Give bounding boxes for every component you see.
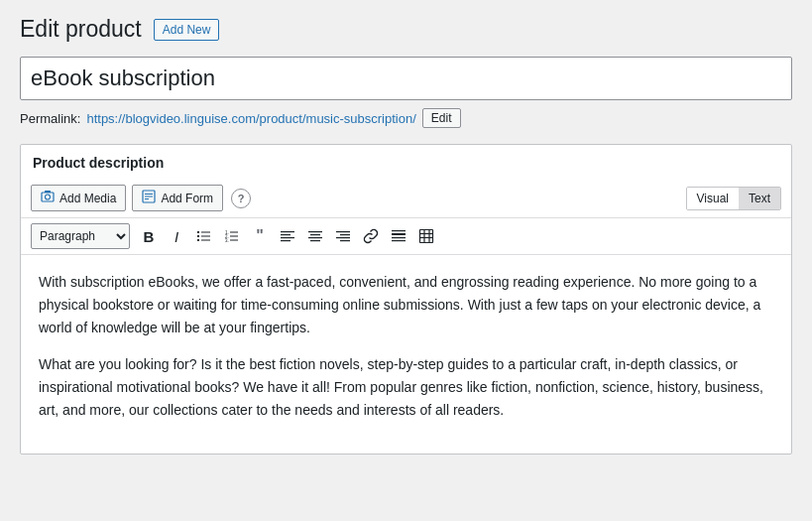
svg-rect-29 [336,237,350,238]
permalink-label: Permalink: [20,111,80,126]
tab-visual[interactable]: Visual [687,188,739,209]
svg-rect-19 [281,231,294,232]
svg-rect-0 [42,193,54,201]
product-name-input[interactable] [20,57,792,100]
permalink-edit-button[interactable]: Edit [422,108,461,128]
paragraph-format-select[interactable]: Paragraph Heading 1 Heading 2 Heading 3 … [31,223,130,249]
editor-mode-tabs: Visual Text [686,187,781,210]
svg-rect-33 [392,237,406,238]
svg-rect-21 [281,237,294,238]
add-form-label: Add Form [161,192,213,205]
svg-rect-31 [392,230,406,231]
add-form-icon [142,190,156,206]
align-center-button[interactable] [302,223,328,249]
svg-rect-14 [230,232,238,233]
blockquote-button[interactable]: " [247,223,273,249]
add-new-button[interactable]: Add New [154,19,220,41]
svg-text:3.: 3. [225,238,229,243]
align-left-button[interactable] [275,223,300,249]
svg-rect-16 [230,236,238,237]
link-button[interactable] [358,223,384,249]
svg-rect-10 [201,236,210,237]
svg-rect-9 [197,235,199,237]
svg-rect-12 [201,240,210,241]
align-right-button[interactable] [330,223,356,249]
svg-rect-28 [340,234,350,235]
svg-rect-23 [308,231,322,232]
help-icon[interactable]: ? [231,189,251,208]
svg-rect-34 [392,240,406,241]
page-title-row: Edit product Add New [20,16,792,43]
svg-rect-22 [281,240,290,241]
bold-button[interactable]: B [136,223,162,249]
italic-button[interactable]: I [164,223,189,249]
product-description-box: Product description Add Media [20,144,792,455]
svg-point-1 [46,195,51,199]
svg-rect-26 [310,240,320,241]
product-description-title: Product description [21,145,791,171]
permalink-link[interactable]: https://blogvideo.linguise.com/product/m… [86,111,415,126]
svg-rect-32 [392,233,406,235]
tab-text[interactable]: Text [739,188,780,209]
editor-toolbar-primary: Add Media Add Form ? Visual Text [21,179,791,218]
permalink-row: Permalink: https://blogvideo.linguise.co… [20,108,792,128]
table-button[interactable] [413,223,439,249]
page-title: Edit product [20,16,142,43]
add-form-button[interactable]: Add Form [132,185,223,211]
editor-content-area[interactable]: With subscription eBooks, we offer a fas… [21,255,791,454]
svg-rect-27 [336,231,350,232]
svg-rect-11 [197,239,199,241]
svg-rect-2 [45,191,51,193]
unordered-list-button[interactable] [191,223,217,249]
svg-rect-24 [310,234,320,235]
content-paragraph-2: What are you looking for? Is it the best… [39,353,773,422]
add-media-label: Add Media [59,192,116,205]
svg-rect-20 [281,234,290,235]
svg-rect-25 [308,237,322,238]
svg-rect-30 [340,240,350,241]
add-media-button[interactable]: Add Media [31,185,126,211]
content-paragraph-1: With subscription eBooks, we offer a fas… [39,271,773,339]
svg-rect-8 [201,232,210,233]
svg-rect-18 [230,240,238,241]
editor-toolbar-format: Paragraph Heading 1 Heading 2 Heading 3 … [21,218,791,255]
ordered-list-button[interactable]: 1. 2. 3. [219,223,245,249]
svg-rect-7 [197,231,199,233]
svg-rect-35 [420,230,433,243]
add-media-icon [41,190,55,206]
horizontal-rule-button[interactable] [386,223,411,249]
